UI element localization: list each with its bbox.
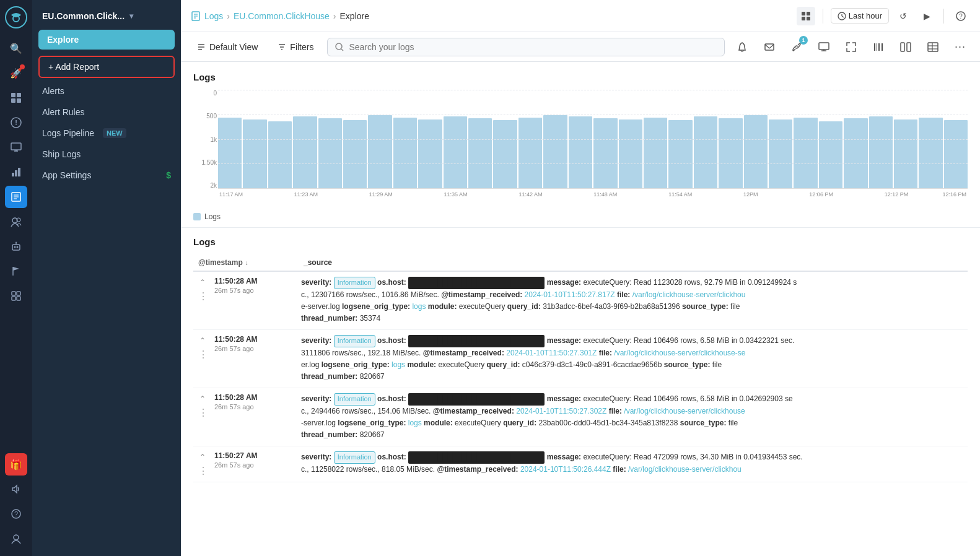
row-expand-button[interactable]: ⌃ ⋮ — [197, 335, 208, 360]
chart-bar[interactable] — [894, 119, 917, 188]
chart-bar[interactable] — [619, 119, 642, 188]
sidebar-app-header[interactable]: EU.Common.Click... ▾ — [32, 6, 181, 26]
chart-bar[interactable] — [944, 120, 968, 188]
chart-bar[interactable] — [593, 118, 617, 188]
chart-bar[interactable] — [368, 115, 392, 188]
severity-badge[interactable]: Information — [334, 451, 375, 464]
grid-view-button[interactable] — [797, 7, 815, 25]
chart-bar[interactable] — [569, 116, 592, 188]
chart-bar[interactable] — [493, 120, 517, 188]
nav-help-icon[interactable]: ? — [5, 503, 27, 525]
nav-group-icon[interactable] — [5, 211, 27, 233]
chart-bar[interactable] — [543, 115, 567, 188]
message-key: message: — [547, 453, 584, 461]
sidebar-item-ship-logs[interactable]: Ship Logs — [32, 144, 181, 165]
chart-bar[interactable] — [318, 118, 342, 188]
nav-monitor-icon[interactable] — [5, 136, 27, 159]
monitor-button[interactable] — [814, 37, 834, 57]
chart-bar[interactable] — [794, 118, 817, 188]
email-button[interactable] — [759, 37, 779, 57]
nav-logs-icon[interactable] — [5, 186, 27, 208]
time-range-picker[interactable]: Last hour — [831, 8, 889, 24]
help-button[interactable]: ? — [952, 7, 970, 25]
logs-table-header: @timestamp ↓ _source — [193, 254, 968, 272]
chart-bar[interactable] — [268, 121, 292, 188]
chart-bar[interactable] — [444, 116, 467, 188]
nav-search-icon[interactable]: 🔍 — [5, 37, 27, 59]
notification-button[interactable] — [732, 37, 752, 57]
nav-chart-icon[interactable] — [5, 161, 27, 183]
chart-bar[interactable] — [844, 118, 867, 188]
sidebar-item-logs-pipeline[interactable]: Logs Pipeline NEW — [32, 123, 181, 144]
chart-bar[interactable] — [744, 115, 768, 188]
logs-title: Logs — [193, 237, 968, 247]
module-value: executeQuery — [438, 360, 484, 369]
search-icon — [335, 43, 344, 51]
barcode-button[interactable] — [868, 37, 888, 57]
svg-point-22 — [17, 246, 19, 248]
nav-flag-icon[interactable] — [5, 260, 27, 282]
filters-button[interactable]: Filters — [271, 39, 320, 55]
nav-rocket-icon[interactable]: 🚀 — [5, 62, 27, 84]
search-input[interactable] — [349, 42, 717, 52]
nav-puzzle-icon[interactable] — [5, 285, 27, 307]
add-report-button[interactable]: + Add Report — [38, 56, 175, 78]
severity-badge[interactable]: Information — [334, 393, 375, 406]
row-expand-button[interactable]: ⌃ ⋮ — [197, 277, 208, 302]
nav-gift-icon[interactable]: 🎁 — [5, 453, 27, 476]
breadcrumb-logs[interactable]: Logs — [204, 11, 223, 21]
chart-bar[interactable] — [468, 118, 492, 188]
nav-bot-icon[interactable] — [5, 235, 27, 258]
message-value: executeQuery: Read 472099 rows, 34.30 Mi… — [583, 453, 802, 461]
message-value: executeQuery: Read 1123028 rows, 92.79 M… — [583, 278, 797, 287]
chart-bar[interactable] — [343, 120, 367, 188]
svg-rect-4 — [11, 98, 15, 103]
chart-bar[interactable] — [919, 118, 942, 188]
row-expand-button[interactable]: ⌃ ⋮ — [197, 451, 208, 477]
chart-bar[interactable] — [243, 119, 266, 188]
chart-bar[interactable] — [393, 118, 417, 188]
sidebar-item-app-settings[interactable]: App Settings $ — [32, 165, 181, 186]
chart-bar[interactable] — [719, 118, 742, 188]
chevrons-icon: ⌃ — [199, 336, 206, 345]
row-expand-button[interactable]: ⌃ ⋮ — [197, 393, 208, 419]
breadcrumb-app[interactable]: EU.Common.ClickHouse — [234, 11, 330, 21]
nav-users-icon[interactable] — [5, 528, 27, 550]
chart-x-labels: 11:17 AM11:23 AM11:29 AM11:35 AM11:42 AM… — [218, 191, 968, 198]
split-view-button[interactable] — [896, 37, 916, 57]
file-value: /var/log/clickhouse-server/clickhou — [628, 465, 742, 474]
severity-badge[interactable]: Information — [334, 277, 375, 289]
more-options-button[interactable]: ··· — [950, 37, 970, 57]
app-logo[interactable] — [5, 6, 27, 28]
legend-dot — [193, 213, 201, 220]
module-key: module: — [428, 302, 459, 311]
refresh-button[interactable]: ↺ — [894, 7, 912, 25]
chart-bar[interactable] — [769, 119, 792, 188]
ts-received-value: 2024-01-10T11:50:26.444Z — [520, 465, 611, 474]
nav-speaker-icon[interactable] — [5, 478, 27, 500]
sidebar-item-explore[interactable]: Explore — [38, 30, 175, 50]
chart-bar[interactable] — [869, 116, 893, 188]
os-host-key: os.host: — [377, 394, 408, 403]
play-button[interactable]: ▶ — [917, 7, 936, 25]
chart-bar[interactable] — [819, 121, 842, 188]
search-bar[interactable] — [327, 38, 725, 56]
chart-bar[interactable] — [694, 116, 717, 188]
chart-bar[interactable] — [668, 120, 692, 188]
chart-bar[interactable] — [518, 118, 542, 188]
chart-bar[interactable] — [293, 116, 317, 188]
logs-pipeline-label: Logs Pipeline — [42, 128, 94, 138]
col-timestamp-header[interactable]: @timestamp ↓ — [198, 258, 291, 267]
sidebar-item-alert-rules[interactable]: Alert Rules — [32, 102, 181, 123]
expand-button[interactable] — [841, 37, 861, 57]
table-view-button[interactable] — [923, 37, 943, 57]
chart-bar[interactable] — [218, 118, 242, 188]
nav-alert-icon[interactable]: ! — [5, 111, 27, 134]
chart-bar[interactable] — [418, 119, 442, 188]
default-view-button[interactable]: Default View — [191, 39, 264, 55]
sidebar-item-alerts[interactable]: Alerts — [32, 80, 181, 102]
integrations-button[interactable]: 1 — [787, 37, 807, 57]
chart-bar[interactable] — [644, 118, 667, 188]
severity-badge[interactable]: Information — [334, 335, 375, 347]
nav-dashboard-icon[interactable] — [5, 87, 27, 109]
